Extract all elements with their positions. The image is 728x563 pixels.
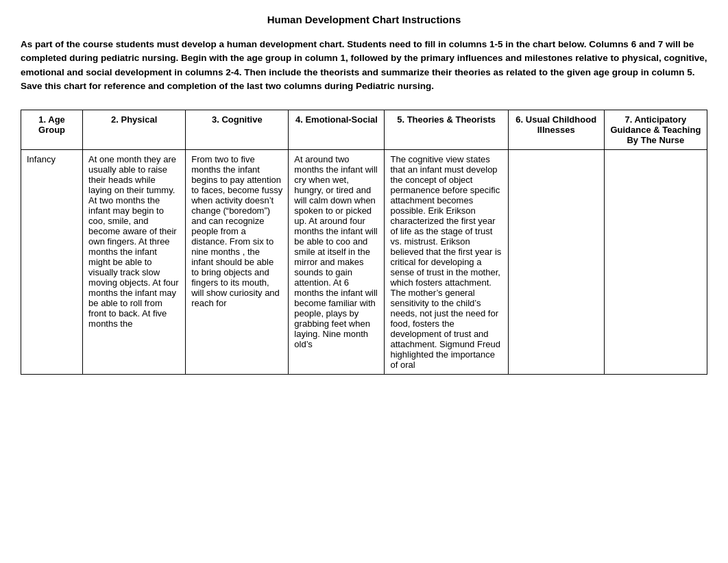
instructions-text: As part of the course students must deve… (21, 38, 707, 93)
cell-anticipatory (604, 150, 707, 375)
header-physical: 2. Physical (83, 110, 186, 150)
development-chart: 1. Age Group 2. Physical 3. Cognitive 4.… (21, 110, 707, 375)
cell-physical: At one month they are usually able to ra… (83, 150, 186, 375)
table-header-row: 1. Age Group 2. Physical 3. Cognitive 4.… (21, 110, 707, 150)
page-title: Human Development Chart Instructions (21, 14, 707, 25)
cell-age-group: Infancy (21, 150, 83, 375)
header-anticipatory: 7. Anticipatory Guidance & Teaching By T… (604, 110, 707, 150)
cell-emotional-social: At around two months the infant will cry… (289, 150, 385, 375)
header-theories: 5. Theories & Theorists (385, 110, 508, 150)
cell-theories: The cognitive view states that an infant… (385, 150, 508, 375)
header-emotional-social: 4. Emotional-Social (289, 110, 385, 150)
header-childhood-illnesses: 6. Usual Childhood Illnesses (508, 110, 604, 150)
cell-cognitive: From two to five months the infant begin… (186, 150, 289, 375)
header-age-group: 1. Age Group (21, 110, 83, 150)
header-cognitive: 3. Cognitive (186, 110, 289, 150)
cell-childhood-illnesses (508, 150, 604, 375)
table-row: Infancy At one month they are usually ab… (21, 150, 707, 375)
